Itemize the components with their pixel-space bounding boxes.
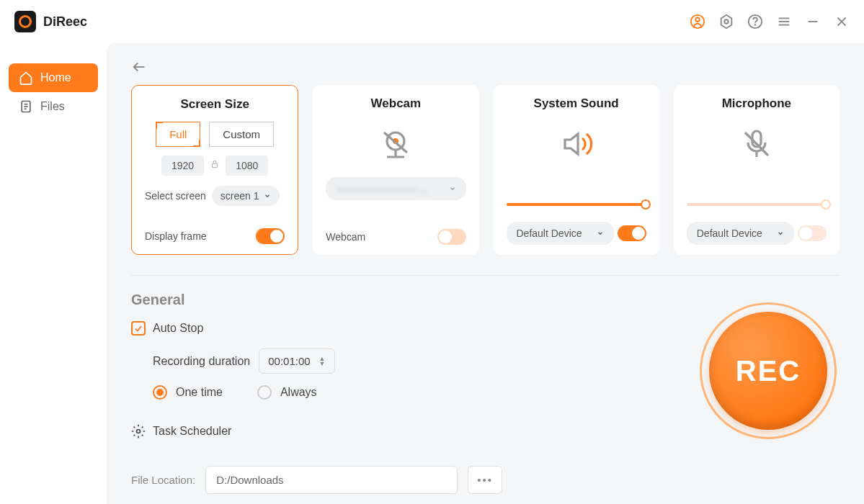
file-location-input[interactable]: D:/Downloads [205,466,458,494]
record-label: REC [709,312,827,430]
card-title: System Sound [534,96,619,111]
speaker-icon [559,127,594,164]
display-frame-toggle[interactable] [256,228,285,244]
stepper-icon[interactable]: ▲▼ [319,356,326,366]
mic-off-icon [739,127,774,164]
sidebar-item-label: Files [40,100,65,113]
divider [131,275,839,276]
webcam-off-icon [378,127,413,164]
record-button[interactable]: REC [700,302,837,439]
mic-device-select[interactable]: Default Device [687,222,794,245]
chevron-down-icon [597,230,604,237]
system-device-select[interactable]: Default Device [507,222,614,245]
webcam-device-select[interactable]: ———————— ... [326,177,466,200]
microphone-card: Microphone Default Device [674,85,839,255]
svg-point-5 [755,24,756,25]
browse-button[interactable]: ••• [468,466,502,494]
sidebar-item-label: Home [40,71,71,84]
system-volume-slider[interactable] [507,203,646,206]
home-icon [19,71,33,85]
chevron-down-icon [449,185,456,192]
card-title: Webcam [371,96,422,111]
height-input[interactable]: 1080 [226,156,268,176]
menu-icon[interactable] [776,14,792,30]
app-logo: DiReec [14,11,87,32]
webcam-card: Webcam ———————— ... Webcam [313,85,478,255]
file-location-label: File Location: [131,474,195,486]
files-icon [19,99,33,114]
settings-icon[interactable] [718,14,734,30]
account-icon[interactable] [690,14,705,30]
gear-icon [131,424,146,438]
webcam-toggle[interactable] [437,229,466,245]
chevron-down-icon [777,230,784,237]
sidebar-item-files[interactable]: Files [9,92,98,121]
always-radio[interactable] [257,385,272,400]
screen-select[interactable]: screen 1 [212,186,280,206]
screen-size-card: Screen Size Full Custom 1920 1080 Select… [131,85,298,255]
back-button[interactable] [131,59,147,78]
svg-rect-17 [213,163,218,167]
one-time-label: One time [176,386,223,399]
minimize-icon[interactable] [805,14,821,30]
chevron-down-icon [264,192,271,199]
lock-icon[interactable] [210,159,220,172]
size-custom-tab[interactable]: Custom [209,122,274,147]
svg-marker-2 [721,15,732,28]
display-frame-label: Display frame [145,230,207,242]
auto-stop-label: Auto Stop [153,322,203,335]
card-title: Microphone [722,96,791,111]
general-section-title: General [131,292,839,308]
sidebar-item-home[interactable]: Home [9,63,98,92]
svg-point-3 [724,19,729,24]
select-screen-label: Select screen [145,190,206,202]
mic-volume-slider[interactable] [687,203,827,206]
one-time-radio[interactable] [153,385,167,400]
app-name: DiReec [43,14,87,30]
task-scheduler-label: Task Scheduler [153,425,231,438]
duration-input[interactable]: 00:01:00 ▲▼ [259,348,334,374]
system-sound-toggle[interactable] [618,225,646,241]
svg-point-24 [137,430,141,433]
mic-toggle[interactable] [798,225,827,241]
always-label: Always [280,386,317,399]
system-sound-card: System Sound Default Device [494,85,659,255]
recording-duration-label: Recording duration [153,355,250,368]
size-full-tab[interactable]: Full [156,122,200,147]
width-input[interactable]: 1920 [161,156,204,176]
check-icon [133,323,143,333]
close-icon[interactable] [834,14,850,30]
help-icon[interactable] [747,14,763,30]
svg-point-1 [695,18,700,22]
card-title: Screen Size [180,97,249,112]
webcam-label: Webcam [326,231,365,243]
auto-stop-checkbox[interactable] [131,321,146,336]
svg-marker-21 [565,134,578,154]
